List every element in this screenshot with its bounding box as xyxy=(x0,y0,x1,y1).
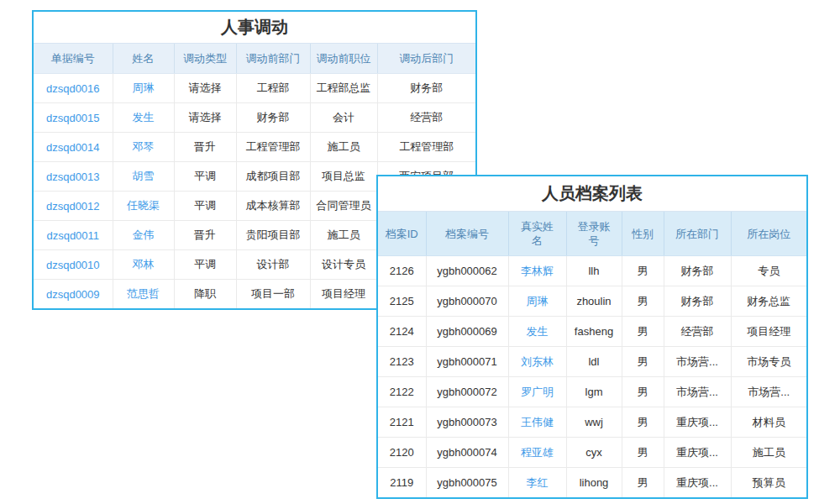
cell-position: 项目经理 xyxy=(731,317,806,347)
cell-gender: 男 xyxy=(622,317,664,347)
transfer-table-title: 人事调动 xyxy=(34,12,475,44)
cell-gender: 男 xyxy=(622,407,664,438)
column-header-dept-after: 调动后部门 xyxy=(377,44,475,74)
cell-archive-id: 2121 xyxy=(378,407,426,438)
doc-no-link[interactable]: dzsqd0012 xyxy=(34,192,113,221)
doc-no-link[interactable]: dzsqd0015 xyxy=(34,103,113,133)
employee-name-link[interactable]: 邓琴 xyxy=(113,133,174,162)
doc-no-link[interactable]: dzsqd0013 xyxy=(34,162,113,192)
real-name-link[interactable]: 罗广明 xyxy=(508,377,566,407)
cell-archive-no: ygbh000073 xyxy=(426,407,508,438)
cell-position-before: 设计专员 xyxy=(310,250,377,280)
column-header-real-name: 真实姓名 xyxy=(508,212,566,256)
cell-archive-id: 2119 xyxy=(378,468,426,498)
cell-transfer-type: 请选择 xyxy=(174,103,236,133)
cell-dept-before: 项目一部 xyxy=(236,280,310,309)
doc-no-link[interactable]: dzsqd0009 xyxy=(34,280,113,309)
cell-department: 重庆项... xyxy=(664,407,731,438)
cell-login-account: fasheng xyxy=(566,317,622,347)
employee-name-link[interactable]: 任晓渠 xyxy=(113,192,174,221)
cell-department: 市场营... xyxy=(664,347,731,377)
cell-archive-no: ygbh000075 xyxy=(426,468,508,498)
cell-archive-id: 2125 xyxy=(378,286,426,317)
cell-gender: 男 xyxy=(622,256,664,286)
cell-archive-id: 2123 xyxy=(378,347,426,377)
table-row: dzsqd0015 发生 请选择 财务部 会计 经营部 xyxy=(34,103,475,133)
cell-gender: 男 xyxy=(622,468,664,498)
doc-no-link[interactable]: dzsqd0011 xyxy=(34,221,113,250)
employee-name-link[interactable]: 胡雪 xyxy=(113,162,174,192)
real-name-link[interactable]: 程亚雄 xyxy=(508,438,566,468)
column-header-department: 所在部门 xyxy=(664,212,731,256)
table-row: 2120 ygbh000074 程亚雄 cyx 男 重庆项... 施工员 xyxy=(378,438,806,468)
cell-position: 施工员 xyxy=(731,438,806,468)
employee-name-link[interactable]: 发生 xyxy=(113,103,174,133)
doc-no-link[interactable]: dzsqd0016 xyxy=(34,74,113,103)
cell-position-before: 施工员 xyxy=(310,133,377,162)
cell-archive-no: ygbh000071 xyxy=(426,347,508,377)
cell-archive-no: ygbh000062 xyxy=(426,256,508,286)
cell-position: 市场专员 xyxy=(731,347,806,377)
column-header-gender: 性别 xyxy=(622,212,664,256)
cell-department: 重庆项... xyxy=(664,438,731,468)
employee-name-link[interactable]: 邓林 xyxy=(113,250,174,280)
archive-table: 档案ID 档案编号 真实姓名 登录账号 性别 所在部门 所在岗位 2126 yg… xyxy=(378,212,806,497)
cell-position: 市场营... xyxy=(731,377,806,407)
cell-position-before: 项目总监 xyxy=(310,162,377,192)
cell-department: 重庆项... xyxy=(664,468,731,498)
cell-dept-before: 财务部 xyxy=(236,103,310,133)
real-name-link[interactable]: 刘东林 xyxy=(508,347,566,377)
employee-name-link[interactable]: 金伟 xyxy=(113,221,174,250)
doc-no-link[interactable]: dzsqd0014 xyxy=(34,133,113,162)
cell-archive-no: ygbh000072 xyxy=(426,377,508,407)
cell-login-account: wwj xyxy=(566,407,622,438)
real-name-link[interactable]: 发生 xyxy=(508,317,566,347)
transfer-header-row: 单据编号 姓名 调动类型 调动前部门 调动前职位 调动后部门 xyxy=(34,44,475,74)
cell-login-account: lgm xyxy=(566,377,622,407)
table-row: 2123 ygbh000071 刘东林 ldl 男 市场营... 市场专员 xyxy=(378,347,806,377)
cell-dept-after: 工程管理部 xyxy=(377,133,475,162)
doc-no-link[interactable]: dzsqd0010 xyxy=(34,250,113,280)
table-row: dzsqd0014 邓琴 晋升 工程管理部 施工员 工程管理部 xyxy=(34,133,475,162)
cell-gender: 男 xyxy=(622,347,664,377)
cell-dept-before: 工程管理部 xyxy=(236,133,310,162)
column-header-transfer-type: 调动类型 xyxy=(174,44,236,74)
table-row: 2119 ygbh000075 李红 lihong 男 重庆项... 预算员 xyxy=(378,468,806,498)
cell-archive-no: ygbh000074 xyxy=(426,438,508,468)
real-name-link[interactable]: 周琳 xyxy=(508,286,566,317)
column-header-name: 姓名 xyxy=(113,44,174,74)
employee-name-link[interactable]: 周琳 xyxy=(113,74,174,103)
cell-position-before: 合同管理员 xyxy=(310,192,377,221)
archive-table-title: 人员档案列表 xyxy=(378,176,806,212)
cell-position-before: 施工员 xyxy=(310,221,377,250)
cell-dept-before: 工程部 xyxy=(236,74,310,103)
cell-login-account: lihong xyxy=(566,468,622,498)
real-name-link[interactable]: 王伟健 xyxy=(508,407,566,438)
column-header-dept-before: 调动前部门 xyxy=(236,44,310,74)
cell-department: 财务部 xyxy=(664,256,731,286)
personnel-archive-panel: 人员档案列表 档案ID 档案编号 真实姓名 登录账号 性别 所在部门 所在岗位 … xyxy=(376,175,808,499)
cell-position-before: 项目经理 xyxy=(310,280,377,309)
column-header-archive-no: 档案编号 xyxy=(426,212,508,256)
column-header-archive-id: 档案ID xyxy=(378,212,426,256)
table-row: dzsqd0016 周琳 请选择 工程部 工程部总监 财务部 xyxy=(34,74,475,103)
cell-position: 专员 xyxy=(731,256,806,286)
cell-gender: 男 xyxy=(622,438,664,468)
cell-login-account: cyx xyxy=(566,438,622,468)
cell-transfer-type: 降职 xyxy=(174,280,236,309)
table-row: 2122 ygbh000072 罗广明 lgm 男 市场营... 市场营... xyxy=(378,377,806,407)
column-header-login-account: 登录账号 xyxy=(566,212,622,256)
cell-archive-no: ygbh000069 xyxy=(426,317,508,347)
table-row: 2125 ygbh000070 周琳 zhoulin 男 财务部 财务总监 xyxy=(378,286,806,317)
cell-gender: 男 xyxy=(622,377,664,407)
real-name-link[interactable]: 李红 xyxy=(508,468,566,498)
cell-dept-after: 财务部 xyxy=(377,74,475,103)
cell-archive-id: 2124 xyxy=(378,317,426,347)
cell-dept-before: 贵阳项目部 xyxy=(236,221,310,250)
cell-dept-before: 成都项目部 xyxy=(236,162,310,192)
cell-department: 财务部 xyxy=(664,286,731,317)
real-name-link[interactable]: 李林辉 xyxy=(508,256,566,286)
employee-name-link[interactable]: 范思哲 xyxy=(113,280,174,309)
cell-archive-id: 2120 xyxy=(378,438,426,468)
table-row: 2121 ygbh000073 王伟健 wwj 男 重庆项... 材料员 xyxy=(378,407,806,438)
